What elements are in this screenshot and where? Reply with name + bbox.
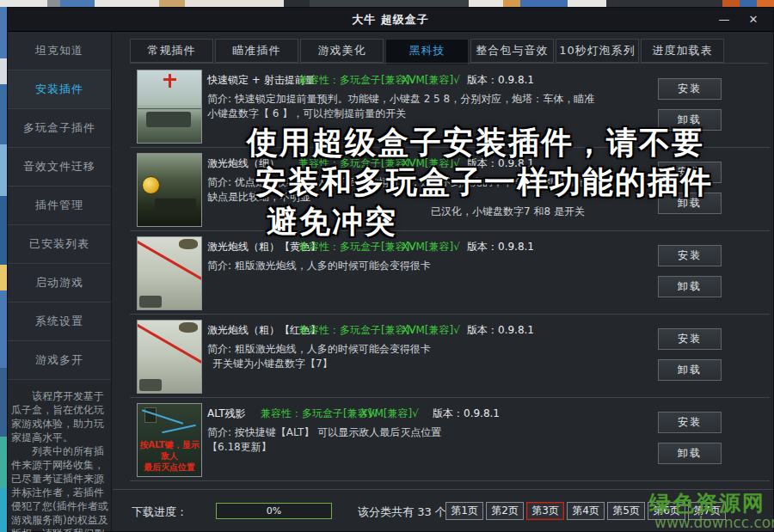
uninstall-button[interactable]: 卸载 [658,276,722,297]
version-label: 版本：0.9.8.1 [467,323,534,338]
tab-bar: 常规插件 瞄准插件 游戏美化 黑科技 整合包与音效 10秒灯泡系列 进度加载表 [130,39,768,64]
tank-silhouette [139,296,162,308]
compat-prefix: 兼容性： [298,74,340,86]
version-prefix: 版本： [467,241,498,253]
version-label: 版本：0.9.8.1 [467,240,534,254]
compat-box-label: 兼容性：多玩盒子[兼容]√ [298,323,416,338]
sidebar-item-launch-game[interactable]: 启动游戏 [8,264,111,303]
sidebar-item-install-plugins[interactable]: 安装插件 [8,70,111,109]
page-button-1[interactable]: 第1页 [445,502,483,520]
plugin-description: 简介: 粗版激光炮线，人多的时候可能会变得很卡 开关键为小键盘数字【7】 [207,342,431,371]
desc-line: 简介: 快速锁定加提前量预判。功能键，小键盘 2 5 8，分别对应，炮塔：车体，… [207,92,594,107]
tab-divider [130,63,768,64]
tab-sixth-sense-series[interactable]: 10秒灯泡系列 [556,39,639,63]
desktop-top-sliver [0,0,774,7]
yellow-badge-icon [142,176,160,194]
uninstall-button[interactable]: 卸载 [658,443,722,464]
tab-regular-plugins[interactable]: 常规插件 [130,39,213,63]
plugin-description: 简介: 快速锁定加提前量预判。功能键，小键盘 2 5 8，分别对应，炮塔：车体，… [207,92,594,121]
plugin-row-laser-thick-yellow: 激光炮线（粗）【黄色】 兼容性：多玩盒子[兼容]√ XVM[兼容]√ 版本：0.… [130,231,770,315]
compat-xvm-label: XVM[兼容]√ [402,156,460,171]
page-button-5[interactable]: 第5页 [607,502,645,520]
tab-aim-plugins[interactable]: 瞄准插件 [215,39,298,63]
uninstall-button[interactable]: 卸载 [658,109,722,131]
page-button-6[interactable]: 第6页 [648,502,685,520]
desc-line: 缺点是比较细，不明显 [207,190,586,205]
install-button[interactable]: 安装 [658,412,722,433]
bush [179,322,198,333]
tab-game-beautify[interactable]: 游戏美化 [300,39,384,63]
plugin-thumbnail [137,320,202,394]
version-value: 0.9.8.1 [498,324,534,336]
footer-divider [113,489,773,490]
plugin-description: 简介: 优点是比较细，敌人打不到你的情况下，是看不到激光的，不会满屏都是激光 缺… [207,175,586,219]
disclaimer-text: 该程序开发基于瓜子盒，旨在优化玩家游戏体验，助力玩家提高水平。 列表中的所有插件… [11,389,109,532]
red-marker-icon [163,78,176,81]
sidebar-item-tank-knows[interactable]: 坦克知道 [8,32,111,70]
plugin-row-alt-ghost: 按ALT键，显示敌人 最后灭点位置 ALT残影 兼容性：多玩盒子[兼容]√ XV… [130,398,770,481]
bush [179,239,198,249]
desc-line: 【6.18更新】 [207,440,441,455]
page-button-7[interactable]: 第7页 [688,502,726,520]
title-bar: 大牛 超级盒子 — ✕ [8,8,773,32]
minimize-button[interactable]: — [713,11,735,28]
progress-value: 0% [217,504,331,518]
version-label: 版本：0.9.8.1 [433,407,500,421]
page-button-4[interactable]: 第4页 [567,502,605,520]
tab-black-tech[interactable]: 黑科技 [385,39,469,65]
plugin-list: 快速锁定 + 射击提前量 兼容性：多玩盒子[兼容]√ XVM[兼容]√ 版本：0… [130,64,770,481]
install-button[interactable]: 安装 [658,245,722,266]
plugin-description: 简介: 按快捷键【ALT】 可以显示敌人最后灭点位置 【6.18更新】 [207,425,441,455]
compat-box-label: 兼容性：多玩盒子[兼容]√ [298,156,416,171]
sidebar-item-system-settings[interactable]: 系统设置 [8,303,111,341]
uninstall-button[interactable]: 卸载 [658,193,722,214]
disclaimer-paragraph: 列表中的所有插件来源于网络收集，已尽量考证插件来源并标注作者，若插件侵犯了您(插… [11,444,109,532]
version-label: 版本：0.9.8.1 [467,73,534,88]
plugin-thumbnail [137,70,202,144]
plugin-title: ALT残影 [207,407,246,421]
plugin-title: 激光炮线（细） [207,156,280,171]
desc-line: 简介: 粗版激光炮线，人多的时候可能会变得很卡 [207,259,431,273]
sidebar-item-installed-list[interactable]: 已安装列表 [8,225,111,264]
plugin-row-quick-lock: 快速锁定 + 射击提前量 兼容性：多玩盒子[兼容]√ XVM[兼容]√ 版本：0… [130,64,770,148]
install-button[interactable]: 安装 [658,328,722,350]
app-window: 大牛 超级盒子 — ✕ 坦克知道 安装插件 多玩盒子插件 音效文件迁移 插件管理… [7,7,774,532]
page-button-2[interactable]: 第2页 [486,502,524,520]
tank-silhouette [146,112,191,127]
compat-prefix: 兼容性： [298,157,340,169]
download-progress-label: 下载进度： [132,504,187,520]
desktop-left-sliver [0,7,7,532]
sidebar-item-sound-file-migrate[interactable]: 音效文件迁移 [8,148,111,187]
version-prefix: 版本： [467,324,498,336]
version-prefix: 版本： [467,74,498,86]
screen: 大牛 超级盒子 — ✕ 坦克知道 安装插件 多玩盒子插件 音效文件迁移 插件管理… [0,0,774,532]
version-value: 0.9.8.1 [498,157,534,169]
version-prefix: 版本： [467,157,498,169]
close-button[interactable]: ✕ [742,11,765,28]
uninstall-button[interactable]: 卸载 [658,359,722,381]
plugin-thumbnail: 按ALT键，显示敌人 最后灭点位置 [137,403,202,477]
download-progress-bar: 0% [216,503,332,519]
desc-line: 简介: 优点是比较细，敌人打不到你的情况下，是看不到激光的，不会满屏都是激光 [207,175,586,190]
compat-xvm-label: XVM[兼容]√ [402,323,460,338]
version-value: 0.9.8.1 [464,407,500,419]
tab-loading-progress[interactable]: 进度加载表 [641,39,724,63]
tab-packs-and-sound[interactable]: 整合包与音效 [470,39,554,63]
install-button[interactable]: 安装 [658,78,722,100]
desc-line: 简介: 按快捷键【ALT】 可以显示敌人最后灭点位置 [207,425,441,440]
plugin-row-laser-thin: 激光炮线（细） 兼容性：多玩盒子[兼容]√ XVM[兼容]√ 版本：0.9.8.… [130,148,770,231]
compat-box-label: 兼容性：多玩盒子[兼容]√ [298,73,416,88]
compat-prefix: 兼容性： [298,324,340,336]
version-label: 版本：0.9.8.1 [467,156,534,171]
plugin-description: 简介: 粗版激光炮线，人多的时候可能会变得很卡 [207,259,431,273]
install-button[interactable]: 安装 [658,162,722,183]
sidebar-item-duowan-box-plugins[interactable]: 多玩盒子插件 [8,109,111,148]
compat-xvm-label: XVM[兼容]√ [360,407,419,421]
sidebar-item-plugin-manage[interactable]: 插件管理 [8,187,111,225]
desc-line: 开关键为小键盘数字【7】 [212,357,431,371]
compat-box-label: 兼容性：多玩盒子[兼容]√ [298,240,416,254]
sidebar-item-multi-open[interactable]: 游戏多开 [8,341,111,380]
page-button-3[interactable]: 第3页 [526,502,564,520]
version-prefix: 版本： [433,407,464,419]
red-marker-icon [169,74,171,88]
